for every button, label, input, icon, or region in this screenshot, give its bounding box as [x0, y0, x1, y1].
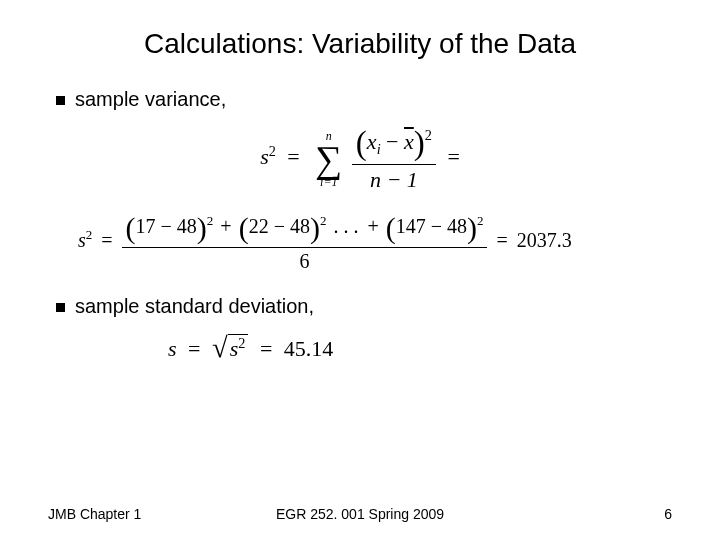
- formula-variance-definition: s2 = n ∑ i=1 (xi − x)2 n − 1 =: [48, 125, 672, 193]
- paren-close: ): [414, 125, 425, 161]
- paren-open: (: [356, 125, 367, 161]
- var-fraction: (xi − x)2 n − 1: [352, 125, 436, 193]
- slide: Calculations: Variability of the Data sa…: [0, 0, 720, 540]
- t1b: 48: [177, 215, 197, 237]
- footer: JMB Chapter 1 EGR 252. 001 Spring 2009 6: [0, 506, 720, 522]
- footer-page-number: 6: [664, 506, 672, 522]
- formula-stddev: s = √s2 = 45.14: [168, 332, 672, 364]
- t2b: 48: [290, 215, 310, 237]
- footer-left: JMB Chapter 1: [48, 506, 141, 522]
- vc-eq: =: [101, 229, 112, 251]
- var-lhs: s: [260, 144, 269, 169]
- bullet-variance-label: sample variance,: [75, 88, 226, 111]
- t1exp: 2: [207, 213, 214, 228]
- minus: −: [381, 129, 404, 154]
- vc-lhs: s: [78, 229, 86, 251]
- sd-eq: =: [188, 336, 200, 361]
- trail-eq: =: [447, 144, 459, 169]
- vc-result: 2037.3: [517, 229, 572, 251]
- footer-center: EGR 252. 001 Spring 2009: [276, 506, 444, 522]
- page-title: Calculations: Variability of the Data: [68, 28, 652, 60]
- t2exp: 2: [320, 213, 327, 228]
- vc-eq2: =: [496, 229, 507, 251]
- sd-arg-exp: 2: [238, 334, 245, 350]
- bullet-square-icon: [56, 96, 65, 105]
- xbar: x: [404, 129, 414, 154]
- t3a: 147: [396, 215, 426, 237]
- vc-fraction: (17 − 48)2 + (22 − 48)2 . . . + (147 − 4…: [122, 211, 488, 273]
- xi: x: [367, 129, 377, 154]
- t1a: 17: [136, 215, 156, 237]
- plus1: +: [220, 215, 231, 237]
- sd-result: 45.14: [284, 336, 334, 361]
- dots: . . .: [333, 215, 358, 237]
- t3exp: 2: [477, 213, 484, 228]
- var-eq: =: [287, 144, 299, 169]
- bullet-stddev-label: sample standard deviation,: [75, 295, 314, 318]
- vc-lhs-exp: 2: [86, 227, 93, 242]
- num-exp: 2: [425, 127, 432, 143]
- t3b: 48: [447, 215, 467, 237]
- sigma-icon: n ∑ i=1: [315, 130, 342, 188]
- vc-den: 6: [122, 248, 488, 273]
- sd-arg: s: [230, 336, 239, 361]
- plus2: +: [367, 215, 378, 237]
- sd-lhs: s: [168, 336, 177, 361]
- sqrt-icon: √: [212, 332, 228, 363]
- var-lhs-exp: 2: [269, 143, 276, 159]
- formula-variance-calc: s2 = (17 − 48)2 + (22 − 48)2 . . . + (14…: [78, 211, 672, 273]
- var-den: n − 1: [352, 165, 436, 193]
- bullet-square-icon: [56, 303, 65, 312]
- bullet-variance: sample variance,: [56, 88, 672, 111]
- bullet-stddev: sample standard deviation,: [56, 295, 672, 318]
- t2a: 22: [249, 215, 269, 237]
- sd-eq2: =: [260, 336, 272, 361]
